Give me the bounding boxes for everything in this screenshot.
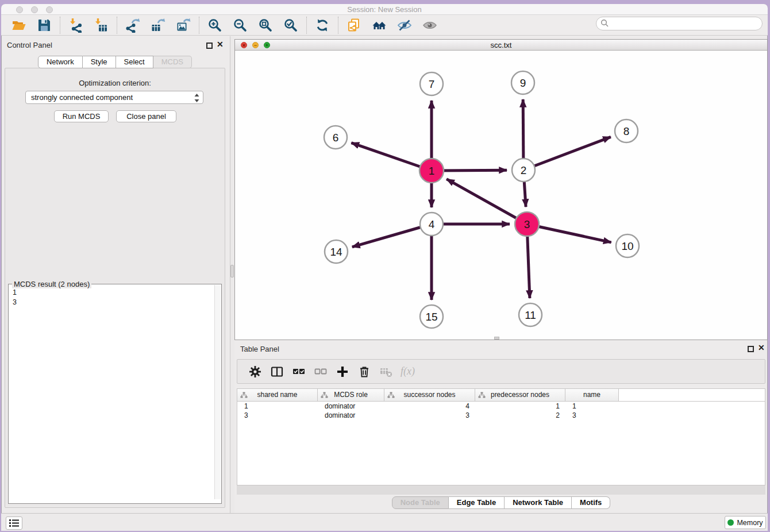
hierarchy-icon — [478, 392, 486, 399]
mcds-result-line: 3 — [13, 298, 221, 307]
graph-node-label: 10 — [621, 240, 633, 252]
table-panel-tabs: Node TableEdge TableNetwork TableMotifs — [234, 496, 768, 509]
graph-edge-3-10[interactable] — [527, 224, 611, 242]
export-image-icon — [176, 18, 191, 33]
graph-node-label: 1 — [429, 165, 435, 177]
graph-node-label: 15 — [425, 311, 437, 323]
export-table-icon — [151, 18, 165, 33]
function-builder-button[interactable]: f(x) — [401, 365, 415, 377]
hide-selected-button[interactable] — [397, 18, 412, 33]
show-all-button[interactable] — [422, 18, 437, 33]
column-header-label: MCDS role — [334, 391, 368, 399]
criterion-dropdown[interactable]: strongly connected component — [25, 91, 203, 104]
column-header-shared-name[interactable]: shared name — [237, 389, 318, 401]
graph-edge-4-14[interactable] — [352, 224, 432, 247]
tab-style[interactable]: Style — [83, 56, 116, 68]
optimization-criterion-label: Optimization criterion: — [0, 79, 230, 87]
open-file-icon — [11, 18, 26, 33]
memory-label: Memory — [737, 519, 763, 527]
tab-network[interactable]: Network — [38, 56, 83, 68]
zoom-fit-button[interactable] — [258, 18, 273, 33]
hierarchy-icon — [321, 392, 328, 399]
task-history-button[interactable] — [6, 516, 22, 530]
main-toolbar — [1, 15, 768, 36]
search-input[interactable] — [596, 17, 763, 30]
run-mcds-button[interactable]: Run MCDS — [54, 110, 109, 122]
table-panel-close-icon[interactable]: ✕ — [758, 343, 765, 352]
select-all-button[interactable] — [292, 365, 306, 379]
delete-table-button[interactable] — [379, 365, 393, 379]
save-session-button[interactable] — [37, 18, 52, 33]
zoom-out-button[interactable] — [233, 18, 248, 33]
tab-mcds[interactable]: MCDS — [153, 56, 192, 68]
add-row-button[interactable] — [336, 365, 349, 379]
graph-edge-2-8[interactable] — [523, 137, 611, 170]
memory-button[interactable]: Memory — [725, 516, 766, 529]
graph-node-label: 11 — [525, 309, 536, 321]
export-image-button[interactable] — [176, 18, 191, 33]
status-bar — [1, 513, 768, 531]
tab-select[interactable]: Select — [116, 56, 153, 68]
column-header-name[interactable]: name — [565, 389, 619, 401]
open-file-button[interactable] — [11, 18, 26, 33]
delete-row-button[interactable] — [357, 365, 371, 379]
graph-node-label: 3 — [524, 218, 530, 230]
node-table-header: shared nameMCDS rolesuccessor nodesprede… — [237, 389, 765, 402]
network-canvas-svg[interactable]: 7968124314101511 — [235, 51, 767, 340]
zoom-selected-icon — [283, 18, 298, 33]
column-header-successor-nodes[interactable]: successor nodes — [384, 389, 475, 401]
mcds-result-list: 13 — [9, 286, 221, 307]
splitter-handle[interactable] — [230, 265, 234, 277]
refresh-button[interactable] — [315, 18, 330, 33]
search-icon — [600, 19, 609, 28]
table-cell: dominator — [318, 402, 384, 411]
tab-node-table[interactable]: Node Table — [392, 496, 449, 509]
canvas-splitter-handle[interactable] — [494, 337, 499, 340]
tab-network-table[interactable]: Network Table — [505, 496, 572, 509]
refresh-icon — [315, 18, 330, 33]
network-view-title: scc.txt — [235, 41, 767, 49]
copy-view-icon — [346, 18, 361, 33]
zoom-in-icon — [207, 18, 222, 33]
criterion-value: strongly connected component — [31, 93, 133, 102]
toolbar-separator — [338, 17, 338, 34]
mcds-result-line: 1 — [13, 288, 221, 298]
table-horizontal-scrollbar[interactable] — [237, 485, 765, 495]
trash-icon — [358, 365, 371, 378]
table-panel-float-button[interactable] — [748, 346, 754, 352]
import-table-icon — [94, 18, 109, 33]
import-table-button[interactable] — [94, 18, 109, 33]
tab-edge-table[interactable]: Edge Table — [449, 496, 505, 509]
copy-view-button[interactable] — [346, 18, 361, 33]
export-network-icon — [125, 18, 140, 33]
table-row[interactable]: 3dominator323 — [237, 411, 765, 420]
columns-icon — [271, 365, 283, 378]
node-table: shared nameMCDS rolesuccessor nodesprede… — [237, 388, 765, 485]
graph-node-label: 2 — [521, 164, 527, 176]
table-row[interactable]: 1dominator411 — [237, 402, 765, 411]
first-neighbors-button[interactable] — [372, 18, 387, 33]
result-scrollbar[interactable] — [214, 285, 221, 499]
toolbar-separator — [306, 17, 307, 34]
zoom-selected-button[interactable] — [283, 18, 298, 33]
save-icon — [37, 18, 52, 33]
deselect-all-button[interactable] — [314, 365, 328, 379]
import-network-button[interactable] — [68, 18, 83, 33]
export-table-button[interactable] — [151, 18, 165, 33]
manage-columns-button[interactable] — [270, 365, 284, 379]
control-panel-float-button[interactable] — [206, 43, 213, 49]
zoom-in-button[interactable] — [207, 18, 222, 33]
column-header-predecessor-nodes[interactable]: predecessor nodes — [475, 389, 565, 401]
column-settings-button[interactable] — [248, 365, 262, 379]
tab-motifs[interactable]: Motifs — [572, 496, 610, 509]
first-neighbors-icon — [372, 18, 387, 33]
graph-node-label: 7 — [429, 78, 435, 90]
mcds-result-group: MCDS result (2 nodes) 13 — [8, 284, 222, 504]
control-panel-close-icon[interactable]: ✕ — [217, 40, 224, 49]
export-network-button[interactable] — [125, 18, 140, 33]
close-panel-button[interactable]: Close panel — [116, 110, 176, 122]
graph-edge-3-1[interactable] — [446, 179, 527, 224]
table-cell: 4 — [384, 402, 475, 411]
column-header-MCDS-role[interactable]: MCDS role — [318, 389, 384, 401]
window-title: Session: New Session — [1, 5, 768, 14]
